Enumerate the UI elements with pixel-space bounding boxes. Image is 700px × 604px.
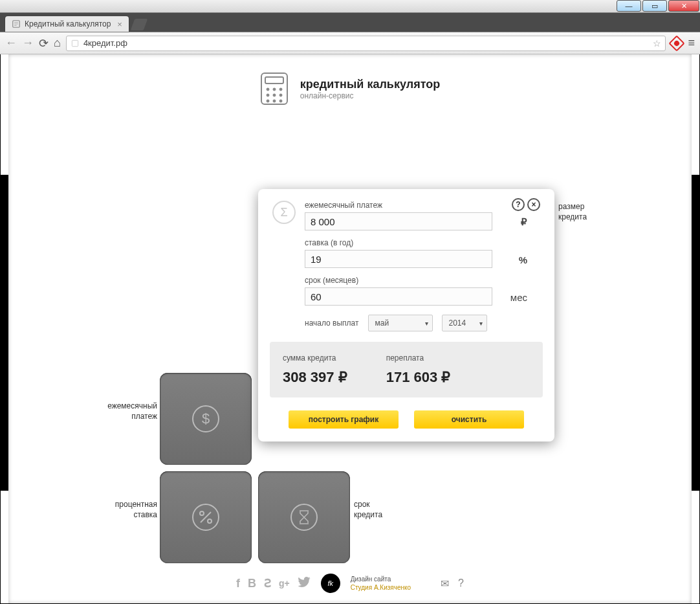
vk-icon[interactable]: B — [248, 577, 256, 590]
clear-button[interactable]: очистить — [414, 410, 524, 429]
tile-rate-label: процентнаяставка — [93, 500, 157, 520]
build-graph-button[interactable]: построить график — [289, 410, 399, 429]
start-label: начало выплат — [305, 319, 359, 328]
term-input[interactable] — [305, 287, 492, 306]
forward-button[interactable]: → — [22, 36, 34, 50]
ok-icon[interactable]: Ƨ — [264, 576, 271, 590]
svg-point-11 — [273, 94, 276, 96]
svg-point-12 — [279, 94, 282, 96]
payment-unit: ₽ — [521, 216, 527, 228]
new-tab-button[interactable] — [131, 19, 148, 30]
browser-menu-button[interactable]: ≡ — [688, 36, 695, 50]
results-panel: сумма кредита 308 397 ₽ переплата 171 60… — [270, 342, 543, 397]
window-close-button[interactable]: ✕ — [668, 0, 699, 12]
page-subtitle: онлайн-сервис — [300, 91, 440, 100]
rate-input[interactable] — [305, 250, 492, 268]
svg-rect-4 — [72, 40, 78, 46]
svg-point-7 — [267, 88, 269, 91]
svg-point-15 — [279, 100, 282, 102]
home-button[interactable]: ⌂ — [54, 36, 61, 50]
over-value: 171 603 ₽ — [386, 369, 451, 386]
studio-badge-icon: fk — [321, 574, 340, 593]
footer-help-icon[interactable]: ? — [458, 577, 464, 590]
svg-point-19 — [200, 511, 204, 515]
year-select[interactable]: 2014 — [442, 315, 487, 331]
svg-point-10 — [267, 94, 269, 96]
window-minimize-button[interactable]: — — [617, 0, 641, 12]
back-button[interactable]: ← — [5, 36, 17, 50]
payment-label: ежемесячный платеж — [305, 201, 540, 210]
rate-label: ставка (в год) — [305, 238, 540, 247]
page-favicon-icon — [12, 19, 21, 28]
tile-term-label: сроккредита — [354, 500, 419, 520]
svg-point-14 — [273, 100, 276, 102]
svg-point-13 — [267, 100, 269, 102]
tile-payment-label: ежемесячныйплатеж — [93, 401, 157, 421]
page-footer: f B Ƨ g+ fk Дизайн сайта Студия А.Кизяче… — [8, 574, 692, 593]
percent-icon — [190, 502, 221, 533]
svg-rect-6 — [265, 77, 283, 84]
window-titlebar: — ▭ ✕ — [0, 0, 700, 13]
mail-icon[interactable]: ✉ — [441, 577, 449, 590]
url-text: 4кредит.рф — [83, 38, 127, 48]
adblock-icon[interactable] — [669, 35, 685, 51]
term-label: срок (месяцев) — [305, 276, 540, 285]
tab-title: Кредитный калькулятор — [25, 19, 111, 28]
facebook-icon[interactable]: f — [236, 577, 240, 590]
twitter-icon[interactable] — [298, 577, 311, 590]
hourglass-icon — [289, 502, 320, 533]
page-title: кредитный калькулятор — [300, 78, 440, 91]
sum-value: 308 397 ₽ — [283, 369, 347, 386]
sum-label: сумма кредита — [283, 353, 347, 363]
svg-point-9 — [279, 88, 282, 91]
svg-line-21 — [201, 512, 211, 522]
calculator-icon — [260, 72, 289, 106]
tile-amount-label: размеркредита — [558, 202, 610, 222]
browser-tabbar: Кредитный калькулятор × — [0, 13, 700, 32]
rate-unit: % — [519, 254, 527, 265]
month-select[interactable]: май — [368, 315, 433, 331]
dollar-icon: $ — [190, 403, 221, 434]
browser-tab[interactable]: Кредитный калькулятор × — [5, 16, 129, 32]
window-maximize-button[interactable]: ▭ — [642, 0, 667, 12]
tab-close-icon[interactable]: × — [117, 19, 122, 29]
sigma-icon: Σ — [272, 201, 296, 224]
page-header: кредитный калькулятор онлайн-сервис — [8, 54, 692, 107]
svg-point-8 — [273, 88, 276, 91]
browser-toolbar: ← → ⟳ ⌂ 4кредит.рф ☆ ≡ — [0, 32, 700, 54]
tile-loan-term[interactable] — [258, 471, 350, 563]
payment-input[interactable] — [305, 212, 492, 230]
tile-interest-rate[interactable] — [160, 471, 252, 563]
reload-button[interactable]: ⟳ — [39, 36, 49, 50]
tile-monthly-payment[interactable]: $ — [160, 373, 252, 465]
gplus-icon[interactable]: g+ — [279, 578, 290, 588]
footer-credit: Дизайн сайта Студия А.Кизяченко — [351, 575, 411, 592]
bookmark-star-icon[interactable]: ☆ — [653, 38, 661, 49]
globe-icon — [71, 39, 80, 48]
svg-point-20 — [208, 519, 212, 523]
over-label: переплата — [386, 353, 451, 363]
address-bar[interactable]: 4кредит.рф ☆ — [66, 36, 666, 51]
calculator-card: Σ ? × ежемесячный платеж ₽ ставка (в — [258, 189, 554, 442]
svg-text:$: $ — [202, 410, 210, 427]
term-unit: мес — [510, 292, 527, 303]
